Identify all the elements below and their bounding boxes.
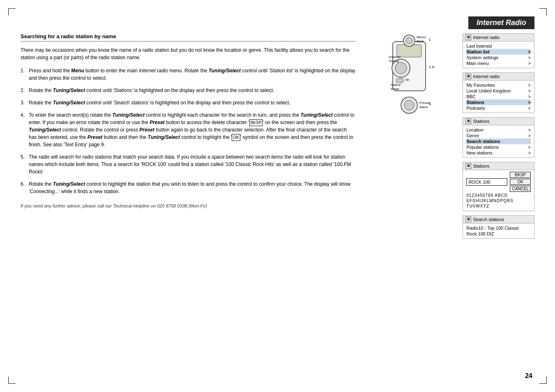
step-4-num: 4. xyxy=(21,111,25,119)
panel5-icon: ⊞ xyxy=(465,217,471,222)
panel1-row-2: Station list > xyxy=(466,49,531,55)
panel4-header: ⊞ Stations xyxy=(463,162,534,170)
panel2-row2-arrow: > xyxy=(528,88,531,93)
panel1-body: Last listened Station list > System sett… xyxy=(463,42,534,68)
svg-point-17 xyxy=(404,100,414,110)
panel3-row-3: Search stations xyxy=(466,138,531,144)
svg-text:Volume/: Volume/ xyxy=(389,55,401,59)
panel2-row1-arrow: > xyxy=(528,83,531,88)
panel3-row4-label: Popular stations xyxy=(466,145,499,150)
ok-button[interactable]: OK xyxy=(510,179,531,185)
panel2-row4-label: Stations xyxy=(466,100,484,105)
step-3-num: 3. xyxy=(21,99,25,106)
panel2-header: ⊞ Internet radio xyxy=(463,73,534,81)
panel3-row2-arrow: > xyxy=(528,133,531,138)
panel2-row5-label: Podcasts xyxy=(466,106,485,111)
panel1-row-3: System settings > xyxy=(466,55,531,60)
step-4: 4. To enter the search word(s) rotate th… xyxy=(21,111,356,148)
panel1-row-4: Main menu > xyxy=(466,60,531,66)
panel2-icon: ⊞ xyxy=(465,74,471,79)
panel2-body: My Favourites > Local United Kingdom > B… xyxy=(463,81,534,113)
panel5-body: Radio10 - Top 100 Classic Rock 100 DIZ xyxy=(463,224,534,238)
search-input-box[interactable]: ROCK 100 xyxy=(466,178,507,186)
panel3-row1-arrow: > xyxy=(528,127,531,132)
section-title: Searching for a radio station by name xyxy=(21,33,356,42)
panel2-row-4: Stations > xyxy=(466,99,531,105)
svg-text:Select/: Select/ xyxy=(391,83,401,87)
panel-stations-2: ⊞ Stations ROCK 100 BKSP OK CANCEL 0 xyxy=(463,162,534,211)
panel2-row4-arrow: > xyxy=(528,100,531,105)
panel3-row-4: Popular stations > xyxy=(466,144,531,150)
panel5-result-1: Radio10 - Top 100 Classic xyxy=(466,225,531,231)
panels-column: ⊞ Internet radio Last listened Station l… xyxy=(463,33,534,376)
panel4-header-label: Stations xyxy=(473,164,489,168)
panel1-header: ⊞ Internet radio xyxy=(463,34,534,42)
svg-text:Down: Down xyxy=(391,87,399,91)
panel1-row3-label: System settings xyxy=(466,55,498,60)
panel3-icon: ⊞ xyxy=(465,118,471,124)
panel2-row1-label: My Favourites xyxy=(466,83,495,88)
panel2-row-3: BBC > xyxy=(466,94,531,99)
panel3-row3-label: Search stations xyxy=(466,139,500,144)
svg-text:Up: Up xyxy=(405,78,410,81)
step-6-num: 6. xyxy=(21,180,25,188)
main-layout: Searching for a radio station by name Th… xyxy=(21,33,534,376)
device-svg: Menu/ Back 1 Volume/ Tuning 1-6 Up xyxy=(368,33,450,169)
panel4-body: ROCK 100 BKSP OK CANCEL 0123456789 ABCD … xyxy=(463,170,534,211)
panel-search-results: ⊞ Search stations Radio10 - Top 100 Clas… xyxy=(463,215,534,239)
panel-internet-radio-2: ⊞ Internet radio My Favourites > Local U… xyxy=(463,72,534,113)
corner-mark-bl xyxy=(8,376,16,384)
svg-text:1-6: 1-6 xyxy=(429,65,434,69)
svg-rect-13 xyxy=(396,78,403,83)
search-row: ROCK 100 BKSP OK CANCEL xyxy=(466,172,531,192)
panel3-row-5: New stations > xyxy=(466,150,531,156)
panel3-header: ⊞ Stations xyxy=(463,118,534,125)
steps-list: 1. Press and hold the Menu button to ent… xyxy=(21,67,356,195)
header-title: Internet Radio xyxy=(468,16,534,29)
panel1-row2-arrow: > xyxy=(528,49,531,54)
keyboard-row-1: 0123456789 ABCD xyxy=(466,193,531,198)
panel5-result-2: Rock 100 DIZ xyxy=(466,231,531,237)
panel3-row4-arrow: > xyxy=(528,145,531,150)
panel4-icon: ⊞ xyxy=(465,163,471,169)
panel2-row3-label: BBC xyxy=(466,94,476,99)
step-3: 3. Rotate the Tuning/Select control unti… xyxy=(21,99,356,106)
panel5-header-label: Search stations xyxy=(473,217,504,222)
svg-text:Back: Back xyxy=(417,39,424,43)
step-2: 2. Rotate the Tuning/Select control unti… xyxy=(21,87,356,94)
panel3-body: Location > Genre > Search stations Po xyxy=(463,125,534,157)
panel3-header-label: Stations xyxy=(473,119,489,124)
panel1-row4-arrow: > xyxy=(528,61,531,66)
step-6: 6. Rotate the Tuning/Select control to h… xyxy=(21,180,356,195)
panel1-row1-label: Last listened xyxy=(466,44,492,48)
keyboard-row-3: TUVWXYZ xyxy=(466,204,531,208)
step-5-num: 5. xyxy=(21,153,25,161)
cancel-button[interactable]: CANCEL xyxy=(510,186,531,192)
panel2-row2-label: Local United Kingdom xyxy=(466,88,511,93)
corner-mark-br xyxy=(539,376,547,384)
device-diagram: Menu/ Back 1 Volume/ Tuning 1-6 Up xyxy=(368,33,458,165)
panel3-row-1: Location > xyxy=(466,127,531,133)
step-1: 1. Press and hold the Menu button to ent… xyxy=(21,67,356,82)
bksp-button[interactable]: BKSP xyxy=(510,172,531,178)
panel3-row5-arrow: > xyxy=(528,150,531,155)
page-number: 24 xyxy=(525,372,532,380)
header-bar: Internet Radio xyxy=(21,16,534,29)
panel5-result1-label: Radio10 - Top 100 Classic xyxy=(466,226,519,231)
panel1-row3-arrow: > xyxy=(528,55,531,60)
intro-text: There may be occasions when you know the… xyxy=(21,46,356,61)
panel-stations-1: ⊞ Stations Location > Genre > S xyxy=(463,117,534,158)
panel2-row3-arrow: > xyxy=(528,94,531,99)
panel2-row5-arrow: > xyxy=(528,106,531,111)
right-area: Menu/ Back 1 Volume/ Tuning 1-6 Up xyxy=(368,33,534,376)
svg-point-8 xyxy=(395,62,407,74)
step-1-num: 1. xyxy=(21,67,25,74)
svg-text:Alarm: Alarm xyxy=(419,105,428,109)
corner-mark-tr xyxy=(539,8,547,16)
step-2-num: 2. xyxy=(21,87,25,94)
panel1-row2-label: Station list xyxy=(466,49,489,54)
panel5-header: ⊞ Search stations xyxy=(463,216,534,224)
panel3-row1-label: Location xyxy=(466,127,484,132)
svg-point-3 xyxy=(406,37,412,44)
panel3-row2-label: Genre xyxy=(466,133,479,138)
